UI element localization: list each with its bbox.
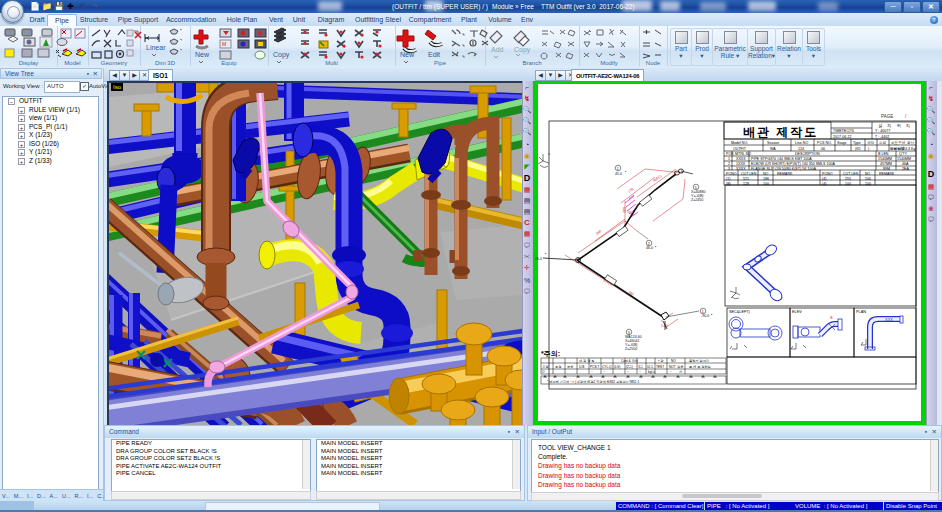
svg-text:공정: 공정 [542, 365, 548, 369]
svg-text:−: − [603, 370, 605, 374]
svg-text:공사: 공사 [907, 141, 915, 145]
svg-text:U/급: U/급 [647, 365, 653, 369]
svg-text:Season: Season [767, 141, 779, 145]
svg-text:CYL-Q: CYL-Q [602, 365, 612, 369]
svg-text:New: New [400, 51, 415, 58]
svg-text:서: 서 [679, 370, 682, 374]
svg-text:186: 186 [763, 177, 769, 181]
svg-text:수량: 수량 [657, 359, 664, 363]
svg-text:SEC&LEFT): SEC&LEFT) [729, 310, 751, 314]
svg-text:Z=2450: Z=2450 [691, 198, 703, 202]
svg-text:5: 5 [695, 186, 697, 190]
svg-text:255: 255 [845, 177, 851, 181]
svg-text:Stage: Stage [837, 141, 846, 145]
svg-text:NOT: NOT [669, 365, 676, 369]
svg-text:1540MM: 1540MM [878, 157, 892, 161]
svg-text:2EA: 2EA [902, 167, 909, 171]
svg-text:ELEV: ELEV [792, 310, 802, 314]
svg-text:재 질 명 칭: 재 질 명 칭 [578, 359, 594, 363]
svg-text:WA: WA [770, 147, 776, 151]
svg-text:의장: 의장 [867, 140, 875, 145]
svg-text:45.0: 45.0 [615, 172, 622, 176]
svg-text:PCS-T: PCS-T [590, 365, 600, 369]
svg-text:3급: 3급 [638, 365, 643, 369]
svg-text:PONO: PONO [822, 172, 833, 176]
svg-text:kg/㎠: kg/㎠ [648, 370, 655, 374]
svg-text:Y : 40077: Y : 40077 [875, 129, 890, 133]
svg-text:Model NO.: Model NO. [731, 141, 748, 145]
svg-text:TEST: TEST [656, 365, 664, 369]
svg-text:T : -4402: T : -4402 [875, 135, 889, 139]
svg-text:PCS NO.: PCS NO. [817, 141, 832, 145]
svg-text:검류: 검류 [677, 365, 683, 369]
svg-text:PIPE STPG370 #40 SMLS KMT 100A: PIPE STPG370 #40 SMLS KMT 100A [751, 157, 812, 161]
svg-text:Type: Type [853, 141, 861, 145]
svg-text:OUTFIT: OUTFIT [733, 147, 747, 151]
svg-text:수량: 수량 [879, 141, 887, 145]
svg-text:U-B: U-B [579, 365, 585, 369]
svg-text:부취: 부취 [567, 365, 573, 369]
svg-text:−: − [639, 370, 641, 374]
svg-text:100: 100 [865, 177, 871, 181]
svg-text:(1): (1) [726, 177, 730, 181]
svg-text:플랜지 원전차: 플랜지 원전차 [689, 359, 710, 363]
svg-text:3: 3 [728, 167, 730, 171]
svg-text:2: 2 [648, 242, 650, 246]
svg-text:ELBOW (LR SHORT) E(P)S(T) #40: ELBOW (LR SHORT) E(P)S(T) #40 350 SMLS 1… [751, 162, 835, 166]
svg-text:1: 1 [728, 157, 730, 161]
svg-text:NO: NO [671, 359, 676, 363]
svg-text:MTRL NO: MTRL NO [735, 152, 751, 156]
svg-text:분 세 측 정합임: 분 세 측 정합임 [689, 365, 711, 369]
svg-text:PLAN: PLAN [856, 310, 866, 314]
svg-text:#6.0: #6.0 [535, 257, 542, 261]
svg-text:89M: 89M [883, 167, 890, 171]
svg-text:3: 3 [628, 331, 630, 335]
svg-text:46.0: 46.0 [646, 246, 653, 250]
svg-text:CUT LEN: CUT LEN [741, 172, 757, 176]
svg-text:* 배그레 가공법 −> ( 내경액 체결2 외경액 체8: * 배그레 가공법 −> ( 내경액 체결2 외경액 체842 슬열없다 985… [547, 380, 640, 384]
svg-text:TIMETEC/74: TIMETEC/74 [833, 129, 854, 133]
svg-text:x: x [548, 152, 550, 156]
svg-text:NO: NO [865, 172, 871, 176]
svg-text:−: − [670, 370, 672, 374]
svg-text:1: 1 [617, 167, 619, 171]
svg-text:조정: 조정 [555, 365, 561, 369]
svg-text:-90.0: -90.0 [701, 314, 709, 318]
svg-text:DESCRIPTION: DESCRIPTION [795, 152, 820, 156]
svg-text:1XXX: 1XXX [736, 162, 746, 166]
svg-text:M: M [222, 41, 226, 47]
svg-text:457MM: 457MM [880, 162, 892, 166]
svg-text:XXXX: XXXX [736, 167, 746, 171]
svg-text:NO: NO [763, 172, 769, 176]
svg-text:Q'TY: Q'TY [899, 152, 908, 156]
svg-text:46A: 46A [902, 162, 909, 166]
svg-text:1540MM: 1540MM [897, 157, 911, 161]
svg-text:Copy: Copy [514, 46, 531, 54]
svg-text:POS: POS [726, 152, 734, 156]
svg-text:124: 124 [798, 147, 804, 151]
svg-text:Z=2500: Z=2500 [625, 347, 637, 351]
svg-text:Cont & 작업: Cont & 작업 [621, 359, 638, 363]
svg-text:설 치 위 치: 설 치 위 치 [878, 123, 912, 128]
svg-text:FLANGE SLIP-ON 50/80 K(ST) 5K: FLANGE SLIP-ON 50/80 K(ST) 5K 100A [751, 167, 817, 171]
svg-text:S: S [830, 315, 833, 320]
svg-text:(K5: (K5 [855, 147, 861, 151]
svg-text:2017-06-22: 2017-06-22 [833, 135, 851, 139]
svg-text:CUT LEN: CUT LEN [843, 172, 859, 176]
svg-text:1: 1 [702, 310, 704, 314]
svg-text:(LG): (LG) [614, 365, 620, 369]
svg-text:132: 132 [622, 207, 626, 213]
svg-text:XXXX: XXXX [736, 157, 746, 161]
svg-text:−: − [627, 370, 629, 374]
svg-text:521: 521 [743, 177, 749, 181]
svg-text:Copy: Copy [273, 51, 290, 59]
svg-text:Add: Add [491, 46, 504, 53]
svg-text:−: − [591, 370, 593, 374]
svg-text:PAGE: PAGE [881, 114, 893, 119]
svg-text:PONO: PONO [726, 172, 737, 176]
svg-text:): ) [868, 147, 869, 151]
svg-text:REMARK: REMARK [879, 172, 895, 176]
svg-text:XXX: XXX [885, 317, 893, 322]
svg-text:배관 제작도: 배관 제작도 [743, 125, 818, 139]
svg-text:(4): (4) [822, 177, 826, 181]
